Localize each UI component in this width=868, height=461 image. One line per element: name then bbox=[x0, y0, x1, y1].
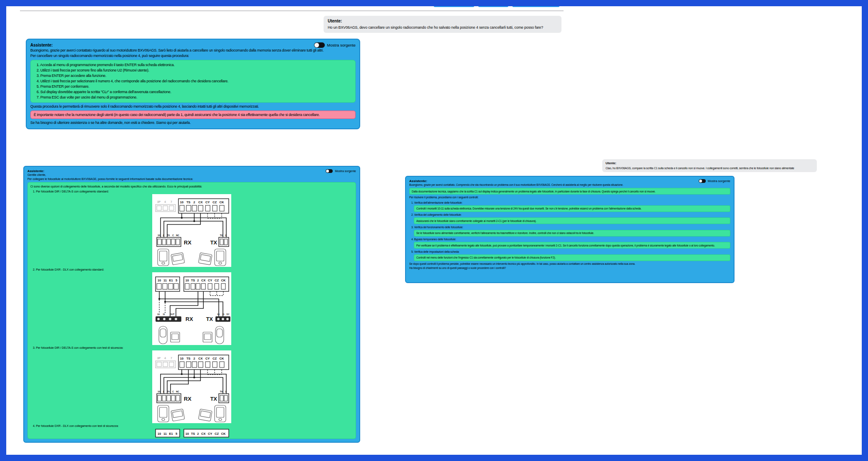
mostra-sorgente-toggle[interactable] bbox=[314, 42, 325, 48]
assistant-paragraph: Ha bisogno di chiarimenti su uno di ques… bbox=[409, 266, 730, 270]
check-detail-box: Per verificare se il problema è effettiv… bbox=[414, 242, 730, 249]
warning-note-box: È importante notare che la numerazione d… bbox=[30, 111, 356, 119]
top-tab-underline-2[interactable] bbox=[478, 5, 508, 7]
svg-text:11: 11 bbox=[163, 313, 165, 316]
wiring-option-label: 3. Per fotocellule DIR / DELTA-S con col… bbox=[33, 346, 353, 350]
mostra-sorgente-toggle[interactable] bbox=[326, 169, 333, 173]
svg-text:NC: NC bbox=[176, 234, 179, 237]
svg-text:3P: 3P bbox=[157, 357, 161, 360]
svg-text:TX: TX bbox=[210, 396, 217, 402]
user-message-1: Utente: Ho un BXV06AGS, devo cancellare … bbox=[324, 16, 561, 33]
check-detail-box: Controlli nel menu delle funzioni che l'… bbox=[414, 254, 730, 261]
svg-text:2: 2 bbox=[225, 234, 227, 237]
svg-text:TX: TX bbox=[220, 390, 223, 393]
assistant-paragraph: Per cancellare un singolo radiocomando m… bbox=[30, 53, 356, 59]
assistant-paragraph: Questa procedura le permetterà di rimuov… bbox=[30, 104, 356, 109]
svg-text:2: 2 bbox=[197, 279, 199, 282]
wiring-diagram-dxr-dlx-standard: 10 11 E1 5 10 TS 2 CX CY CZ CK bbox=[152, 272, 231, 345]
svg-text:4: 4 bbox=[164, 200, 166, 203]
procedure-step: 1. Acceda al menu di programmazione prem… bbox=[37, 62, 352, 68]
svg-text:2: 2 bbox=[193, 200, 195, 204]
svg-text:2: 2 bbox=[193, 357, 195, 360]
svg-text:OUT: OUT bbox=[170, 313, 175, 316]
info-highlight-box: Dalla documentazione tecnica, sappiamo c… bbox=[409, 188, 730, 195]
svg-text:2: 2 bbox=[197, 432, 199, 436]
svg-text:CY: CY bbox=[205, 357, 210, 360]
mostra-sorgente-label: Mostra sorgente bbox=[327, 43, 356, 47]
svg-text:SY: SY bbox=[227, 313, 230, 316]
wiring-diagram-dir-delta-standard: 3P 4 7 10 TS 2 CX CY CZ CK bbox=[152, 194, 231, 267]
svg-text:11: 11 bbox=[222, 313, 225, 316]
wiring-option-label: 2. Per fotocellule DXR - DLX con collega… bbox=[33, 268, 353, 272]
check-title: 4. Bypass temporaneo delle fotocellule: bbox=[411, 237, 730, 241]
assistant-label: Assistente: bbox=[409, 179, 427, 183]
user-text: Ciao, ho BXV06AGS, compare la scritta C1… bbox=[606, 166, 814, 170]
assistant-panel-errore-c1: Assistente: Mostra sorgente Buongiorno, … bbox=[405, 176, 734, 283]
svg-text:5: 5 bbox=[176, 432, 177, 436]
svg-text:CK: CK bbox=[221, 432, 226, 436]
mostra-sorgente-toggle[interactable] bbox=[699, 179, 706, 183]
svg-text:CK: CK bbox=[221, 279, 226, 282]
wiring-options-box: Ci sono diverse opzioni di collegamento … bbox=[27, 182, 356, 439]
svg-text:CX: CX bbox=[198, 200, 203, 204]
svg-text:CZ: CZ bbox=[215, 279, 219, 282]
svg-text:TX: TX bbox=[167, 234, 170, 237]
svg-text:10: 10 bbox=[217, 313, 220, 316]
user-text: Ho un BXV06AGS, devo cancellare un singo… bbox=[328, 25, 557, 30]
svg-text:10: 10 bbox=[158, 432, 161, 436]
assistant-label: Assistente: bbox=[30, 43, 53, 47]
svg-text:TS: TS bbox=[186, 357, 190, 360]
wiring-diagram-dir-delta-safety-test: 3P 4 7 10 TS 2 CX CY CZ CK bbox=[152, 350, 231, 423]
user-label: Utente: bbox=[328, 19, 557, 23]
svg-text:10: 10 bbox=[158, 234, 160, 237]
svg-text:11: 11 bbox=[163, 432, 167, 436]
svg-text:10: 10 bbox=[185, 279, 189, 282]
svg-text:2: 2 bbox=[163, 234, 164, 237]
check-title: 3. Verifica del funzionamento delle foto… bbox=[411, 225, 730, 229]
assistant-panel-radiocomando: Assistente: Mostra sorgente Buongiorno, … bbox=[26, 39, 360, 129]
svg-text:5: 5 bbox=[176, 279, 177, 282]
assistant-paragraph: Buongiorno, grazie per averci contattato… bbox=[409, 183, 730, 187]
svg-text:E1: E1 bbox=[169, 432, 173, 436]
check-detail-box: Controlli i morsetti 10-11 sulla scheda … bbox=[414, 205, 730, 212]
svg-text:3P: 3P bbox=[157, 200, 161, 203]
svg-text:CY: CY bbox=[205, 200, 210, 204]
svg-text:TS: TS bbox=[191, 432, 195, 436]
svg-text:CY: CY bbox=[208, 279, 212, 282]
svg-text:CX: CX bbox=[201, 279, 205, 282]
svg-text:RX: RX bbox=[184, 396, 191, 402]
svg-text:7: 7 bbox=[171, 200, 172, 203]
svg-text:CY: CY bbox=[208, 432, 212, 436]
svg-text:7: 7 bbox=[171, 357, 172, 360]
user-label: Utente: bbox=[606, 161, 814, 165]
wiring-option-label: 1. Per fotocellule DIR / DELTA-S con col… bbox=[33, 190, 353, 194]
check-title: 2. Verifica del collegamento delle fotoc… bbox=[411, 213, 730, 217]
rx-strip bbox=[156, 316, 181, 322]
svg-text:TX: TX bbox=[220, 234, 223, 237]
svg-text:E1: E1 bbox=[169, 279, 173, 282]
svg-text:10: 10 bbox=[157, 313, 160, 316]
top-tab-underline-3[interactable] bbox=[512, 5, 559, 7]
svg-text:11: 11 bbox=[163, 279, 167, 282]
svg-text:CK: CK bbox=[220, 200, 224, 204]
top-divider bbox=[20, 10, 564, 11]
toggle-knob bbox=[699, 180, 702, 182]
procedure-step: 5. Prema ENTER per confermare. bbox=[37, 84, 352, 89]
user-message-2: Utente: Ciao, ho BXV06AGS, compare la sc… bbox=[602, 159, 817, 172]
mostra-sorgente-label: Mostra sorgente bbox=[335, 170, 356, 173]
assistant-label: Assistente: bbox=[27, 169, 44, 173]
assistant-paragraph: Se ha bisogno di ulteriore assistenza o … bbox=[30, 120, 356, 126]
svg-text:4: 4 bbox=[164, 357, 166, 360]
assistant-paragraph: Buongiorno, grazie per averci contattato… bbox=[30, 48, 356, 53]
svg-text:RX: RX bbox=[185, 316, 193, 322]
svg-text:CX: CX bbox=[198, 357, 203, 360]
procedure-step: 2. Utilizzi i tasti freccia per scorrere… bbox=[37, 68, 352, 73]
wiring-diagram-dxr-dlx-safety-test-partial: 10 11 E1 5 10 TS 2 CX CY CZ CK bbox=[152, 429, 231, 438]
top-tab-underline-1[interactable] bbox=[434, 5, 474, 7]
check-detail-box: Assicurarsi che le fotocellule siano cor… bbox=[414, 217, 730, 224]
assistant-panel-fotocellule: Assistente: Mostra sorgente Gentile clie… bbox=[23, 166, 360, 443]
procedure-steps-box: 1. Acceda al menu di programmazione prem… bbox=[30, 60, 356, 103]
svg-text:CZ: CZ bbox=[215, 432, 219, 436]
svg-text:RX: RX bbox=[184, 239, 191, 246]
toggle-knob bbox=[314, 43, 319, 47]
